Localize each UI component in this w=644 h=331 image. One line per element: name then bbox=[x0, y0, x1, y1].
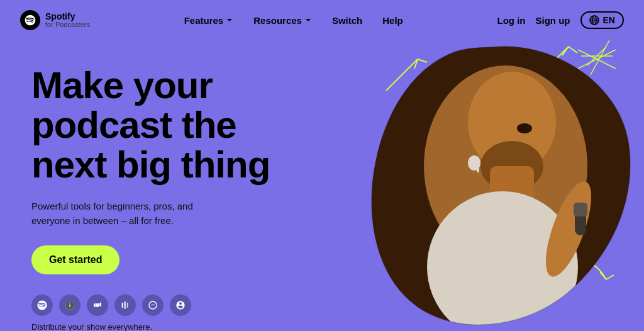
help-nav-item[interactable]: Help bbox=[382, 15, 403, 26]
lang-label: EN bbox=[603, 15, 615, 25]
hero-subtext: Powerful tools for beginners, pros, and … bbox=[31, 199, 220, 228]
svg-rect-37 bbox=[367, 40, 631, 330]
hero-content: Make your podcast the next big thing Pow… bbox=[31, 59, 321, 331]
svg-rect-6 bbox=[122, 303, 123, 308]
nav-actions: Log in Sign up EN bbox=[497, 11, 624, 29]
blob-shape bbox=[367, 40, 631, 330]
distribute-label: Distribute your show everywhere. bbox=[31, 322, 321, 331]
features-nav-item[interactable]: Features bbox=[184, 15, 234, 26]
nav-links: Features Resources Switch Help bbox=[184, 15, 403, 26]
svg-rect-7 bbox=[125, 301, 126, 309]
logo[interactable]: Spotify for Podcasters bbox=[20, 10, 90, 30]
resources-nav-item[interactable]: Resources bbox=[253, 15, 312, 26]
platform-icon-spotify bbox=[31, 295, 53, 316]
platform-icon-apple bbox=[59, 295, 80, 316]
language-selector[interactable]: EN bbox=[580, 11, 624, 29]
chevron-down-icon bbox=[304, 16, 312, 24]
hero-blob bbox=[367, 40, 631, 330]
svg-rect-8 bbox=[127, 303, 128, 308]
hero-headline: Make your podcast the next big thing bbox=[31, 65, 321, 184]
platform-icons-row bbox=[31, 295, 321, 316]
navbar: Spotify for Podcasters Features Resource… bbox=[0, 0, 644, 40]
platform-icon-amazon bbox=[142, 295, 164, 316]
platform-icon-google bbox=[87, 295, 108, 316]
login-link[interactable]: Log in bbox=[497, 15, 526, 26]
svg-point-9 bbox=[149, 301, 157, 309]
spotify-logo-icon bbox=[20, 10, 40, 30]
get-started-button[interactable]: Get started bbox=[31, 245, 119, 274]
hero-section: Make your podcast the next big thing Pow… bbox=[0, 40, 644, 331]
platform-icon-other bbox=[170, 295, 191, 316]
logo-brand-text: Spotify bbox=[45, 12, 90, 21]
switch-nav-item[interactable]: Switch bbox=[332, 15, 362, 26]
chevron-down-icon bbox=[226, 16, 233, 24]
globe-icon bbox=[589, 15, 599, 25]
signup-link[interactable]: Sign up bbox=[536, 15, 570, 26]
platform-icon-iheartradio bbox=[114, 295, 136, 316]
logo-sub-text: for Podcasters bbox=[45, 21, 90, 28]
hero-image bbox=[317, 28, 644, 331]
